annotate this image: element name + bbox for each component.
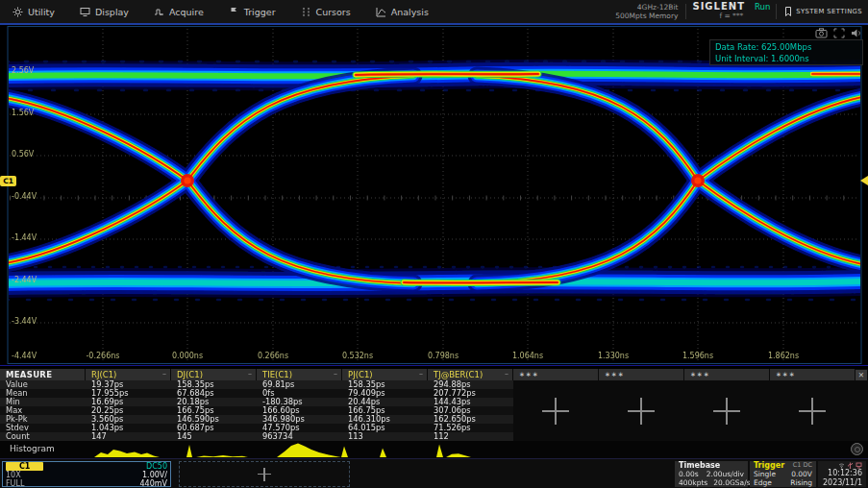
empty-slot-header[interactable]: ∗∗∗ bbox=[513, 369, 598, 380]
collapse-control[interactable]: – bbox=[162, 369, 170, 380]
data-rate-readout: Data Rate: 625.00Mbps bbox=[715, 41, 857, 53]
speaker-icon[interactable] bbox=[851, 28, 862, 38]
timebase-points: 400kpts bbox=[679, 478, 707, 487]
menu-acquire[interactable]: Acquire bbox=[141, 0, 216, 23]
measure-column-tie: TIE(C1)– 69.81ps 0fs -180.38ps 166.60ps … bbox=[257, 369, 342, 441]
collapse-control[interactable]: – bbox=[505, 369, 512, 380]
measure-column-tjber: TJ@BER(C1)– 294.88ps 207.772ps 144.43ps … bbox=[428, 369, 513, 441]
plot-toolbar bbox=[815, 28, 862, 38]
clock-date: 2023/11/1 bbox=[822, 478, 862, 488]
trigger-slope: Rising bbox=[790, 478, 812, 487]
model-label: 4GHz-12Bit bbox=[615, 3, 678, 12]
histogram-trace bbox=[0, 441, 868, 458]
x-axis-label: -0.266ns bbox=[80, 352, 126, 360]
collapse-control[interactable]: – bbox=[248, 369, 256, 380]
add-measurement-icon[interactable] bbox=[799, 398, 826, 425]
x-axis-label: 0.266ns bbox=[250, 352, 296, 360]
timebase-box[interactable]: Timebase 0.00s2.00us/div 400kpts20.0GSa/… bbox=[675, 461, 748, 487]
add-channel-icon bbox=[258, 468, 271, 481]
channel1-scale: 1.00V/ bbox=[142, 471, 167, 479]
memory-label: 500Mpts Memory bbox=[615, 12, 678, 20]
drag-handle-icon[interactable] bbox=[851, 443, 863, 455]
menu-trigger-label: Trigger bbox=[244, 7, 276, 17]
bookmark-icon bbox=[784, 7, 792, 16]
menu-analysis[interactable]: Analysis bbox=[363, 0, 441, 23]
trigger-level: 0.00V bbox=[791, 470, 812, 478]
menu-display[interactable]: Display bbox=[67, 0, 141, 23]
lan-icon bbox=[856, 462, 862, 469]
add-measurement-icon[interactable] bbox=[713, 398, 740, 425]
system-settings-button[interactable]: SYSTEM SETTINGS bbox=[777, 7, 868, 16]
brand-label: SIGLENT bbox=[692, 2, 745, 12]
analysis-icon bbox=[376, 7, 386, 17]
y-axis-label: 0.56V bbox=[12, 150, 34, 159]
measure-panel: MEASURE Value Mean Min Max Pk-Pk Stdev C… bbox=[0, 369, 868, 441]
measure-row-labels: MEASURE Value Mean Min Max Pk-Pk Stdev C… bbox=[0, 369, 86, 441]
eye-diagram bbox=[0, 25, 868, 365]
measure-slot-empty[interactable]: ∗∗∗ bbox=[513, 369, 599, 441]
brand-status[interactable]: SIGLENT Run f = *** bbox=[686, 2, 776, 21]
status-icons bbox=[822, 461, 862, 469]
empty-channel-slot[interactable] bbox=[179, 461, 350, 487]
cursors-icon bbox=[301, 7, 311, 17]
menu-acquire-label: Acquire bbox=[169, 7, 204, 17]
measure-column-rj: RJ(C1)– 19.37ps 17.955ps 16.69ps 20.25ps… bbox=[86, 369, 171, 441]
menu-analysis-label: Analysis bbox=[391, 7, 429, 17]
x-axis-label: 0.532ns bbox=[335, 352, 381, 360]
channel1-probe: 10X bbox=[6, 471, 21, 479]
trigger-title: Trigger bbox=[754, 461, 784, 470]
measure-slot-empty[interactable]: ∗∗∗ bbox=[684, 369, 770, 441]
y-axis-label: -4.44V bbox=[12, 352, 37, 360]
empty-slot-header[interactable]: ∗∗∗ bbox=[599, 369, 683, 380]
collapse-control[interactable]: – bbox=[419, 369, 427, 380]
empty-slot-header[interactable]: ∗∗∗ bbox=[684, 369, 769, 380]
clock-box[interactable]: 10:12:36 2023/11/1 bbox=[818, 461, 866, 487]
measure-column-pj: PJ(C1)– 158.35ps 79.409ps 20.44ps 166.75… bbox=[342, 369, 428, 441]
menu-display-label: Display bbox=[95, 7, 129, 17]
trigger-flag-icon bbox=[229, 7, 239, 17]
hardware-info: 4GHz-12Bit 500Mpts Memory bbox=[615, 3, 685, 20]
timebase-scale: 2.00us/div bbox=[707, 470, 744, 478]
empty-slot-header[interactable]: ∗∗∗ bbox=[770, 369, 855, 380]
timebase-sample-rate: 20.0GSa/s bbox=[713, 478, 750, 487]
menu-cursors[interactable]: Cursors bbox=[288, 0, 363, 23]
x-axis-label: 0.798ns bbox=[420, 352, 466, 360]
close-measure-button[interactable]: ✕ bbox=[856, 370, 867, 380]
add-measurement-icon[interactable] bbox=[628, 398, 655, 425]
unit-interval-readout: Unit Interval: 1.6000ns bbox=[715, 53, 857, 64]
menu-bar: Utility Display Acquire Trigger Cursors … bbox=[0, 0, 868, 23]
freq-readout: f = *** bbox=[719, 12, 743, 21]
waveform-display[interactable]: 2.56V 1.56V 0.56V -0.44V -1.44V -2.44V -… bbox=[0, 23, 868, 365]
add-measurement-icon[interactable] bbox=[542, 398, 569, 425]
measure-slot-empty[interactable]: ∗∗∗ bbox=[770, 369, 856, 441]
bottom-bar: C1 DC50 10X 1.00V/ FULL 440mV Timebase 0… bbox=[0, 458, 868, 488]
channel1-coupling: DC50 bbox=[146, 462, 167, 471]
trigger-box[interactable]: TriggerC1 DC Single0.00V EdgeRising bbox=[750, 461, 816, 487]
histogram-row: Histogram bbox=[0, 441, 868, 458]
row-label: Count bbox=[0, 432, 86, 441]
gear-icon bbox=[12, 7, 23, 17]
measure-value: 112 bbox=[428, 432, 513, 441]
measure-slot-empty[interactable]: ∗∗∗ bbox=[599, 369, 684, 441]
expand-icon[interactable] bbox=[833, 28, 845, 38]
collapse-control[interactable]: – bbox=[334, 369, 341, 380]
trigger-level-marker[interactable] bbox=[860, 176, 868, 185]
trigger-source: C1 DC bbox=[793, 461, 812, 470]
menu-utility[interactable]: Utility bbox=[0, 0, 67, 23]
trigger-type: Edge bbox=[754, 478, 772, 487]
acquisition-status: Run bbox=[755, 2, 770, 12]
measure-value: 113 bbox=[342, 432, 428, 441]
x-axis-label: 1.064ns bbox=[505, 352, 551, 360]
channel-ground-marker[interactable]: C1 bbox=[0, 176, 16, 186]
y-axis-label: -3.44V bbox=[12, 317, 37, 326]
y-axis-label: 1.56V bbox=[12, 109, 34, 117]
measure-value: 147 bbox=[86, 432, 171, 441]
menu-trigger[interactable]: Trigger bbox=[216, 0, 288, 23]
camera-icon[interactable] bbox=[815, 28, 828, 38]
signal-info-box: Data Rate: 625.00Mbps Unit Interval: 1.6… bbox=[709, 39, 863, 65]
channel1-descriptor[interactable]: C1 DC50 10X 1.00V/ FULL 440mV bbox=[2, 461, 171, 487]
measure-value: 963734 bbox=[257, 432, 342, 441]
menu-cursors-label: Cursors bbox=[316, 7, 351, 17]
y-axis-label: -1.44V bbox=[12, 233, 37, 242]
x-axis-label: 0.000ns bbox=[164, 352, 211, 360]
